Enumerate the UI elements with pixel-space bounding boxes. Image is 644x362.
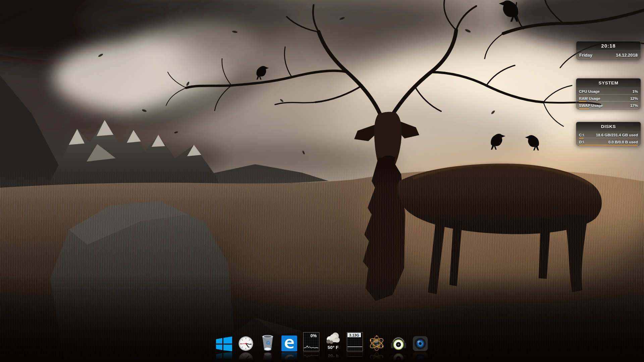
disk-d-label: D:\ (579, 140, 584, 144)
analog-clock-icon (238, 336, 254, 351)
wallpaper-deer-landscape (0, 0, 644, 362)
ram-usage-row: RAM Usage 12% (579, 95, 638, 102)
disks-title: DISKS (576, 122, 641, 131)
clock-date: 14.12.2018 (616, 53, 638, 58)
swap-usage-row: SWAP Usage 17% (579, 102, 638, 109)
camera-lens-icon (413, 336, 428, 351)
windows-start[interactable] (216, 337, 232, 361)
cpu-meter-label: 0% (310, 333, 317, 338)
desktop: 20:18 Friday 14.12.2018 SYSTEM CPU Usage… (0, 0, 644, 362)
disk-c-label: C:\ (579, 133, 584, 137)
cpu-usage-label: CPU Usage (579, 89, 600, 94)
edge-icon (281, 336, 297, 351)
cpu-usage-value: 1% (632, 89, 638, 94)
recycle-bin-icon: ♻ (260, 334, 275, 351)
ram-graph-icon: 3.13G (347, 332, 363, 351)
system-widget[interactable]: SYSTEM CPU Usage 1% RAM Usage 12% SWAP U… (576, 78, 641, 109)
cpu-meter[interactable]: 0% 0% (303, 332, 320, 361)
disk-c-value: 18.6 GB/231.4 GB used (596, 133, 638, 137)
clock-widget[interactable]: 20:18 Friday 14.12.2018 (576, 41, 641, 60)
edge-browser[interactable] (281, 336, 298, 361)
weather[interactable]: 50° F 50° F (325, 331, 341, 361)
network-globe[interactable] (368, 335, 385, 361)
swap-usage-label: SWAP Usage (579, 104, 603, 108)
dock: ♻ ♻ (213, 331, 431, 361)
speaker-headphones-icon (390, 335, 407, 351)
disk-d-row: D:\ 0.0 B/0.0 B used (579, 138, 638, 145)
ram-meter-track (579, 101, 638, 102)
ram-usage-label: RAM Usage (579, 97, 600, 101)
globe-atom-icon (369, 335, 385, 351)
weather-temperature-label: 50° F (328, 353, 338, 358)
camera-app[interactable] (412, 336, 429, 361)
ram-meter-label: 3.13G (349, 333, 359, 337)
cpu-usage-row: CPU Usage 1% (579, 88, 638, 95)
system-title: SYSTEM (576, 78, 641, 88)
swap-usage-value: 17% (630, 104, 638, 108)
svg-text:♻: ♻ (266, 340, 271, 346)
windows-logo-icon (216, 337, 232, 351)
cpu-graph-icon: 0% (303, 332, 319, 351)
ram-usage-value: 12% (630, 97, 638, 101)
clock-time: 20:18 (576, 41, 641, 51)
disks-widget[interactable]: DISKS C:\ 18.6 GB/231.4 GB used D:\ 0.0 … (576, 122, 641, 146)
clock-app[interactable] (237, 336, 254, 361)
clock-day: Friday (579, 53, 592, 58)
media-player[interactable] (390, 335, 407, 361)
swap-meter-bar (579, 108, 589, 109)
ram-meter[interactable]: 3.13G 3.13G (346, 332, 363, 361)
svg-text:♻: ♻ (266, 357, 271, 361)
disk-d-value: 0.0 B/0.0 B used (608, 140, 638, 144)
recycle-bin[interactable]: ♻ ♻ (259, 334, 276, 361)
disk-c-track (579, 138, 638, 138)
weather-temperature-label: 50° F (327, 345, 338, 350)
cpu-meter-track (579, 94, 638, 95)
cloudy-weather-icon: 50° F (324, 331, 342, 351)
disk-d-bar (579, 145, 638, 145)
disk-c-row: C:\ 18.6 GB/231.4 GB used (579, 131, 638, 138)
